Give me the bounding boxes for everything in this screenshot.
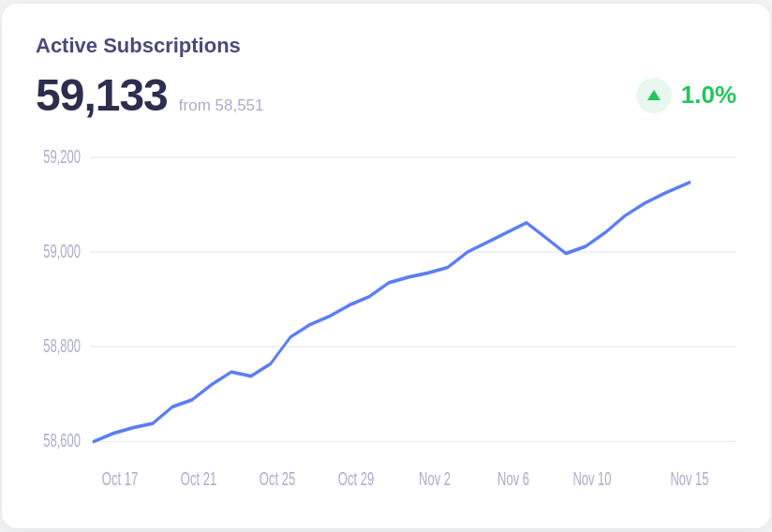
chart-area: 59,200 59,000 58,800 58,600 Oct 17 Oct 2… — [36, 143, 736, 506]
y-label-58600: 58,600 — [43, 431, 81, 451]
y-label-59000: 59,000 — [43, 241, 81, 260]
trend-badge — [636, 78, 672, 113]
x-label-nov6: Nov 6 — [497, 468, 529, 488]
x-label-nov15: Nov 15 — [670, 468, 708, 488]
from-value: from 58,551 — [179, 96, 264, 115]
x-label-oct25: Oct 25 — [260, 468, 295, 488]
stats-row: 59,133 from 58,551 1.0% — [36, 69, 736, 121]
subscriptions-card: Active Subscriptions 59,133 from 58,551 … — [2, 4, 770, 528]
y-label-58800: 58,800 — [43, 336, 81, 356]
badge-area: 1.0% — [636, 78, 736, 113]
x-label-nov2: Nov 2 — [419, 468, 451, 488]
up-arrow-icon — [647, 90, 661, 100]
trend-line — [94, 183, 690, 442]
percent-value: 1.0% — [681, 81, 736, 110]
x-label-oct29: Oct 29 — [338, 468, 374, 488]
main-value: 59,133 — [36, 69, 168, 121]
x-label-oct17: Oct 17 — [102, 468, 138, 488]
line-chart: 59,200 59,000 58,800 58,600 Oct 17 Oct 2… — [36, 143, 736, 506]
card-title: Active Subscriptions — [36, 34, 736, 58]
stats-left: 59,133 from 58,551 — [36, 69, 264, 121]
x-label-nov10: Nov 10 — [572, 468, 611, 488]
x-label-oct21: Oct 21 — [181, 468, 216, 488]
y-label-59200: 59,200 — [43, 146, 81, 166]
